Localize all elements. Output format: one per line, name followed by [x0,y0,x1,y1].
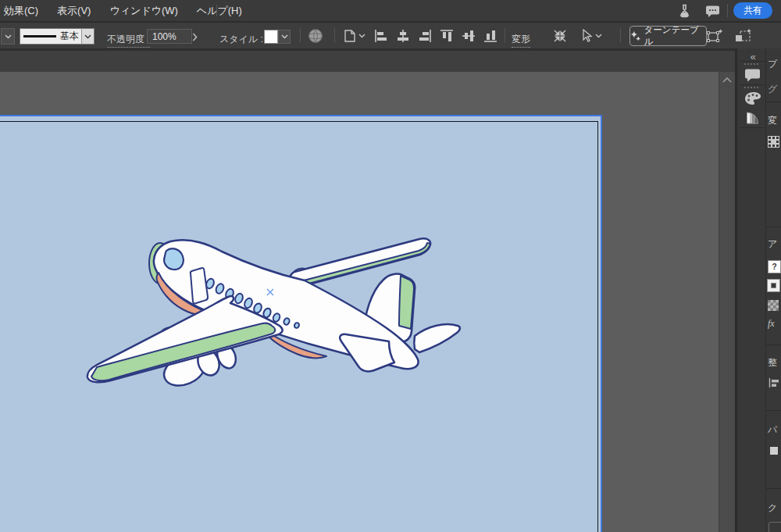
turntable-button[interactable]: ターンテーブル [629,26,707,46]
brush-definition-label: 基本 [60,30,79,43]
recolor-artwork-icon[interactable] [306,29,325,43]
cockpit-window[interactable] [164,248,184,270]
align-left-icon[interactable] [372,29,390,43]
collapse-arrows-icon[interactable] [551,29,569,43]
opacity-input[interactable]: 100% [147,29,192,44]
align-middle-vertical-icon[interactable] [459,29,478,43]
generative-shape-icon[interactable] [705,29,724,43]
brush-definition-dropdown[interactable]: 基本 [20,28,82,45]
style-swatch-chevron-icon[interactable] [278,30,291,44]
panel-divider [766,345,781,345]
fill-unknown-mark: ? [772,262,776,271]
turntable-button-label: ターンテーブル [644,24,706,48]
align-top-icon[interactable] [437,29,456,43]
beta-flask-icon[interactable] [676,3,693,19]
transform-section-label: 変 [768,114,777,127]
quick-actions-section-label: ク [768,502,777,515]
strip-divider [740,127,765,128]
pathfinder-shape-icon[interactable] [770,447,778,455]
toolbar-divider [334,28,335,43]
align-center-horizontal-icon[interactable] [394,29,412,43]
control-bar: 基本 不透明度 : 100% スタイル : 変形 [0,23,781,49]
brush-definition-chevron-icon[interactable] [81,28,95,45]
document-setup-dropdown-icon[interactable] [342,29,367,43]
appearance-section-label: ア [768,237,777,251]
panel-icon-strip: « [740,48,766,532]
properties-panel-sliver: プ グ 変 ア ? fx 整 パ ク [766,48,781,532]
canvas-area[interactable] [0,72,735,532]
style-swatch[interactable] [264,30,278,44]
share-button-label: 共有 [744,4,762,17]
pathfinder-section-label: パ [768,423,777,437]
door[interactable] [191,268,208,303]
align-right-icon[interactable] [415,29,434,43]
menu-bar: 効果(C) 表示(V) ウィンドウ(W) ヘルプ(H) 共有 [0,0,781,23]
right-dock: « プ グ 変 ア ? fx 整 [735,48,781,532]
menu-effect[interactable]: 効果(C) [0,4,48,18]
toolbar-divider [300,28,301,43]
align-mini-icon[interactable] [769,377,779,388]
vertical-scrollbar[interactable] [719,72,735,532]
panel-divider [766,488,781,489]
document-tab-strip [0,48,735,74]
stroke-preview-line [23,35,56,37]
color-guide-panel-icon[interactable] [740,108,765,127]
width-profile-dropdown[interactable] [1,28,15,45]
align-bottom-icon[interactable] [481,29,500,43]
generative-image-icon[interactable] [734,29,753,43]
align-section-label: 整 [768,356,777,370]
menu-right-divider [727,4,728,17]
gradient-tab[interactable]: グ [768,83,777,96]
panel-grip[interactable] [744,63,760,65]
comment-panel-icon[interactable] [740,66,765,84]
properties-tab[interactable]: プ [768,58,777,71]
menu-window[interactable]: ウィンドウ(W) [100,4,187,18]
opacity-value: 100% [152,31,177,42]
panel-divider [766,227,781,227]
opacity-label[interactable]: 不透明度 : [107,33,150,48]
fill-swatch[interactable]: ? [768,260,781,273]
panel-divider [766,102,781,102]
effects-fx-button[interactable]: fx [768,318,775,330]
far-stabilizer[interactable] [414,324,460,352]
opacity-options-chevron-icon[interactable] [192,30,198,45]
reference-point-icon[interactable] [768,136,779,148]
feedback-bubble-icon[interactable] [704,3,721,19]
toolbar-divider [620,28,621,43]
menu-items: 効果(C) 表示(V) ウィンドウ(W) ヘルプ(H) [0,0,781,21]
strip-divider [740,61,765,62]
quick-action-button-partial[interactable] [769,522,781,532]
scroll-up-icon[interactable] [722,77,733,84]
share-button[interactable]: 共有 [733,2,772,19]
menu-view[interactable]: 表示(V) [48,4,100,18]
select-similar-dropdown-icon[interactable] [578,29,604,43]
panel-grip[interactable] [744,87,760,88]
strip-divider [740,84,765,85]
color-panel-icon[interactable] [740,89,765,108]
menu-help[interactable]: ヘルプ(H) [187,4,251,18]
style-label: スタイル : [219,33,263,46]
panel-divider [766,410,781,411]
tail-fin-stripe[interactable] [399,276,414,329]
sparkle-icon [630,30,641,41]
opacity-checker-icon[interactable] [768,300,779,311]
transform-link[interactable]: 変形 [512,33,530,48]
airplane-artwork[interactable] [0,115,605,532]
toolbar-divider [505,28,505,43]
stroke-swatch[interactable] [768,280,779,291]
menu-separator [216,5,217,16]
